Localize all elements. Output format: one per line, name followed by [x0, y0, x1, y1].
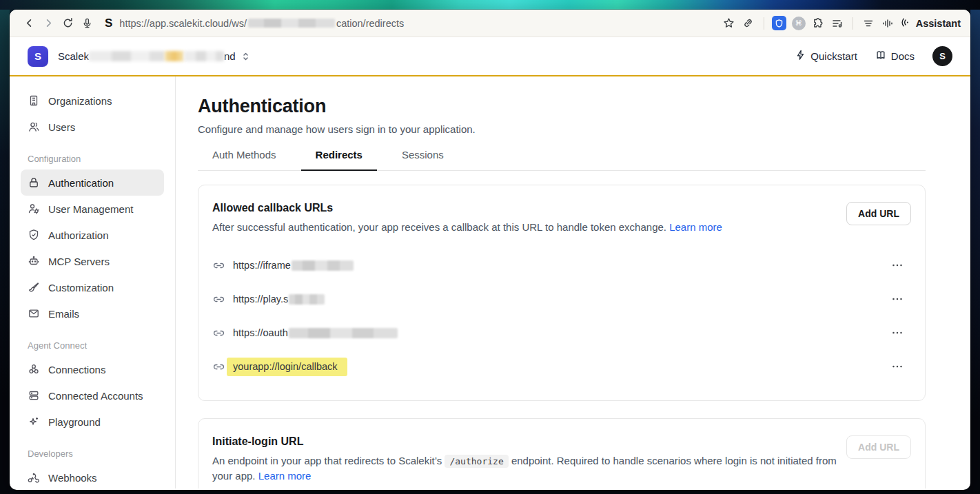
card-description-text: After successful authentication, your ap…	[212, 221, 666, 233]
url-redacted-segment	[289, 328, 398, 338]
forward-button[interactable]	[39, 14, 58, 33]
url-row-menu-button[interactable]	[889, 260, 906, 270]
webhook-icon	[28, 471, 40, 484]
nodes-cluster-icon	[28, 363, 40, 375]
assistant-wave-icon	[900, 17, 912, 30]
browser-toolbar: S https://app.scalekit.cloud/ws/ cation/…	[10, 10, 970, 37]
tab-auth-methods[interactable]: Auth Methods	[198, 149, 291, 170]
add-url-button[interactable]: Add URL	[846, 202, 911, 225]
sidebar-item-label: MCP Servers	[48, 256, 110, 267]
sidebar-item-customization[interactable]: Customization	[21, 274, 164, 300]
building-icon	[28, 94, 40, 107]
callback-url-value: https://iframe	[233, 260, 354, 271]
workspace-redacted	[89, 51, 165, 61]
sidebar-item-authorization[interactable]: Authorization	[21, 222, 164, 248]
callback-url-value: https://oauth	[233, 327, 398, 338]
equalizer-icon[interactable]	[878, 14, 897, 33]
book-icon	[875, 50, 886, 63]
card-title: Allowed callback URLs	[212, 202, 722, 214]
bookmark-star-icon[interactable]	[719, 14, 739, 33]
tab-redirects[interactable]: Redirects	[301, 149, 377, 171]
desktop-wallpaper-right	[970, 10, 980, 494]
url-row-menu-button[interactable]	[889, 294, 906, 304]
sidebar-item-users[interactable]: Users	[21, 114, 164, 140]
toolbar-divider	[764, 17, 764, 30]
tab-bar: Auth Methods Redirects Sessions	[198, 149, 926, 171]
bitwarden-extension-icon[interactable]	[770, 14, 789, 33]
shortcut-extension-icon[interactable]: ⌘	[789, 14, 808, 33]
url-row-menu-button[interactable]	[889, 328, 906, 338]
authorize-code-chip: /authorize	[445, 455, 508, 468]
shield-check-icon	[28, 229, 40, 241]
chevron-updown-icon	[241, 52, 250, 61]
highlighted-url: yourapp://login/callback	[227, 358, 347, 376]
sidebar-item-playground[interactable]: Playground	[21, 409, 164, 435]
sidebar-item-authentication[interactable]: Authentication	[21, 169, 164, 196]
page-title: Authentication	[198, 96, 926, 117]
media-queue-icon[interactable]	[828, 14, 847, 33]
user-gear-icon	[28, 203, 40, 215]
sidebar-item-user-management[interactable]: User Management	[21, 196, 164, 222]
callback-url-row: https://play.s	[212, 282, 911, 316]
docs-label: Docs	[891, 50, 915, 62]
callback-url-row: https://oauth	[212, 316, 911, 350]
callback-url-value: yourapp://login/callback	[233, 358, 347, 376]
sidebar-item-label: Authorization	[48, 229, 109, 241]
learn-more-link[interactable]: Learn more	[258, 470, 312, 482]
sidebar: Organizations Users Configuration Authen…	[10, 76, 176, 488]
card-title: Initiate-login URL	[212, 435, 846, 448]
envelope-icon	[28, 307, 40, 320]
copy-link-icon[interactable]	[739, 14, 758, 33]
sidebar-section-developers: Developers	[28, 449, 157, 459]
card-description: After successful authentication, your ap…	[212, 220, 722, 235]
url-redacted-segment	[248, 19, 335, 28]
sidebar-item-mcp-servers[interactable]: MCP Servers	[21, 248, 164, 274]
sidebar-item-label: Users	[48, 121, 75, 133]
workspace-name-prefix: Scalek	[58, 50, 89, 62]
sidebar-item-label: Playground	[48, 416, 101, 428]
sidebar-item-label: Webhooks	[48, 472, 97, 484]
workspace-badge-redacted	[165, 51, 184, 61]
sidebar-item-emails[interactable]: Emails	[21, 300, 164, 327]
server-stack-icon	[28, 389, 40, 402]
sidebar-item-connections[interactable]: Connections	[21, 356, 164, 382]
sidebar-section-agent-connect: Agent Connect	[28, 340, 157, 351]
allowed-callback-urls-card: Allowed callback URLs After successful a…	[198, 185, 926, 401]
sidebar-item-label: Connections	[48, 364, 105, 375]
learn-more-link[interactable]: Learn more	[669, 221, 722, 233]
microphone-icon[interactable]	[77, 14, 96, 33]
url-row-menu-button[interactable]	[889, 362, 906, 371]
address-bar[interactable]: https://app.scalekit.cloud/ws/ cation/re…	[119, 18, 719, 29]
reader-lines-icon[interactable]	[859, 14, 878, 33]
url-redacted-segment	[289, 294, 325, 305]
sidebar-item-connected-accounts[interactable]: Connected Accounts	[21, 382, 164, 409]
docs-button[interactable]: Docs	[875, 50, 915, 63]
url-redacted-segment	[292, 260, 354, 271]
callback-url-row: https://iframe	[212, 249, 911, 282]
tab-sessions[interactable]: Sessions	[387, 149, 458, 170]
main-content: Authentication Configure and manage how …	[176, 76, 970, 488]
quickstart-button[interactable]: Quickstart	[795, 50, 857, 63]
user-avatar[interactable]: S	[932, 46, 952, 66]
extensions-puzzle-icon[interactable]	[808, 14, 828, 33]
sidebar-item-webhooks[interactable]: Webhooks	[21, 464, 164, 490]
scalekit-logo: S	[28, 46, 48, 67]
sidebar-item-organizations[interactable]: Organizations	[21, 88, 164, 114]
site-favicon: S	[105, 17, 112, 30]
workspace-name-suffix: nd	[224, 50, 236, 62]
add-url-button-disabled[interactable]: Add URL	[846, 435, 911, 459]
sidebar-item-label: Customization	[48, 282, 114, 294]
desktop-wallpaper-left	[0, 10, 10, 494]
callback-url-list: https://iframe https://play.s https://oa…	[212, 249, 911, 384]
sidebar-item-label: User Management	[48, 203, 133, 215]
link-icon	[212, 327, 225, 340]
assistant-button[interactable]: Assistant	[900, 17, 961, 30]
lock-icon	[28, 176, 40, 189]
sidebar-item-label: Authentication	[48, 177, 114, 189]
refresh-button[interactable]	[58, 14, 77, 33]
quickstart-label: Quickstart	[810, 50, 857, 62]
sidebar-item-label: Emails	[48, 308, 79, 320]
workspace-selector[interactable]: Scalek nd	[58, 50, 250, 62]
toolbar-divider	[853, 17, 853, 30]
back-button[interactable]	[19, 14, 39, 33]
